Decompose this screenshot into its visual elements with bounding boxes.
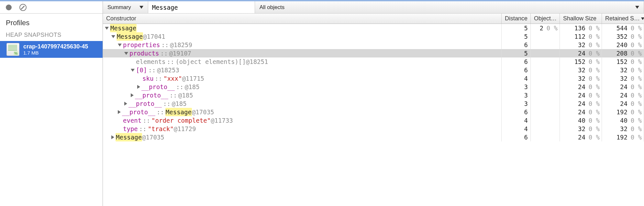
row-retained-size: 1920 % xyxy=(602,108,644,116)
scope-label: All objects xyxy=(260,4,284,11)
sidebar: Profiles HEAP SNAPSHOTS crap-14079974256… xyxy=(0,1,103,206)
record-icon[interactable] xyxy=(6,5,12,10)
row-objects xyxy=(531,99,560,108)
row-distance: 5 xyxy=(502,32,531,41)
col-distance[interactable]: Distance xyxy=(502,14,531,24)
row-objects xyxy=(531,133,560,141)
row-shallow-size: 1360 % xyxy=(560,24,602,32)
row-shallow-size: 320 % xyxy=(560,66,602,74)
tree-row[interactable]: [0] :: @182536320 %320 % xyxy=(103,66,644,74)
sidebar-toolbar xyxy=(0,1,103,14)
disclosure-triangle-icon[interactable] xyxy=(111,35,115,38)
view-mode-select[interactable]: Summary xyxy=(103,1,148,13)
row-retained-size: 2080 % xyxy=(602,49,644,57)
row-distance: 6 xyxy=(502,66,531,74)
row-shallow-size: 240 % xyxy=(560,91,602,99)
row-distance: 4 xyxy=(502,116,531,125)
disclosure-triangle-icon[interactable] xyxy=(131,93,134,97)
row-shallow-size: 320 % xyxy=(560,41,602,49)
row-shallow-size: 240 % xyxy=(560,99,602,108)
tree-row[interactable]: properties :: @182596320 %2400 % xyxy=(103,41,644,49)
top-toolbar: Summary All objects xyxy=(103,1,644,14)
tree-row[interactable]: __proto__ :: @1853240 %240 % xyxy=(103,91,644,99)
tree-row[interactable]: type :: "track" @117294320 %320 % xyxy=(103,125,644,133)
disclosure-triangle-icon[interactable] xyxy=(118,110,121,114)
row-name-cell: __proto__ :: @185 xyxy=(103,99,502,108)
disclosure-triangle-icon[interactable] xyxy=(105,27,109,30)
row-retained-size: 320 % xyxy=(602,125,644,133)
disclosure-triangle-icon[interactable] xyxy=(124,102,127,106)
disclosure-triangle-icon[interactable] xyxy=(137,85,140,89)
row-shallow-size: 240 % xyxy=(560,83,602,91)
disclosure-triangle-icon[interactable] xyxy=(118,44,122,46)
tree-row[interactable]: Message @1704151120 %3520 % xyxy=(103,32,644,41)
row-distance: 6 xyxy=(502,41,531,49)
row-distance: 4 xyxy=(502,125,531,133)
row-retained-size: 320 % xyxy=(602,66,644,74)
tree-row[interactable]: products :: @191075240 %2080 % xyxy=(103,49,644,57)
tree-row[interactable]: Message520 %1360 %5440 % xyxy=(103,24,644,32)
row-distance: 4 xyxy=(502,74,531,83)
row-name-cell: type :: "track" @11729 xyxy=(103,125,502,133)
tree-row[interactable]: __proto__ :: @1853240 %240 % xyxy=(103,99,644,108)
row-shallow-size: 400 % xyxy=(560,116,602,125)
col-constructor[interactable]: Constructor xyxy=(103,14,502,24)
view-mode-label: Summary xyxy=(107,4,131,11)
col-retained-size[interactable]: Retained S… xyxy=(602,14,644,24)
column-header: Constructor Distance Object… Shallow Siz… xyxy=(103,14,644,24)
row-objects xyxy=(531,108,560,116)
row-objects xyxy=(531,125,560,133)
row-retained-size: 320 % xyxy=(602,74,644,83)
snapshot-icon xyxy=(6,43,19,56)
row-name-cell: Message xyxy=(103,24,502,32)
tree-row[interactable]: sku :: "xxx" @117154320 %320 % xyxy=(103,74,644,83)
snapshot-item[interactable]: crap-1407997425630-45 1.7 MB xyxy=(0,41,103,58)
sidebar-group-heap-snapshots: HEAP SNAPSHOTS xyxy=(0,30,103,41)
row-name-cell: products :: @19107 xyxy=(103,49,502,57)
disclosure-triangle-icon[interactable] xyxy=(111,135,114,139)
class-filter-input[interactable] xyxy=(148,1,255,13)
row-name-cell: sku :: "xxx" @11715 xyxy=(103,74,502,83)
row-distance: 3 xyxy=(502,99,531,108)
row-distance: 3 xyxy=(502,83,531,91)
tree-body[interactable]: Message520 %1360 %5440 %Message @1704151… xyxy=(103,24,644,206)
col-retained-label: Retained S… xyxy=(605,15,640,22)
tree-row[interactable]: __proto__ :: Message @170356240 %1920 % xyxy=(103,108,644,116)
row-shallow-size: 320 % xyxy=(560,125,602,133)
row-objects xyxy=(531,83,560,91)
row-name-cell: __proto__ :: @185 xyxy=(103,91,502,99)
row-retained-size: 1520 % xyxy=(602,57,644,66)
row-distance: 5 xyxy=(502,49,531,57)
row-distance: 6 xyxy=(502,57,531,66)
row-objects xyxy=(531,116,560,125)
row-objects xyxy=(531,41,560,49)
row-objects xyxy=(531,74,560,83)
col-shallow-size[interactable]: Shallow Size xyxy=(560,14,602,24)
sort-desc-icon xyxy=(641,17,644,20)
disclosure-triangle-icon[interactable] xyxy=(124,52,128,55)
tree-row[interactable]: Message @170356240 %1920 % xyxy=(103,133,644,141)
col-objects[interactable]: Object… xyxy=(531,14,560,24)
tree-row[interactable]: event :: "order complete" @117334400 %40… xyxy=(103,116,644,125)
row-retained-size: 240 % xyxy=(602,91,644,99)
chevron-down-icon xyxy=(635,6,639,9)
clear-icon[interactable] xyxy=(19,4,27,11)
row-objects xyxy=(531,49,560,57)
disclosure-triangle-icon[interactable] xyxy=(131,69,135,72)
row-distance: 6 xyxy=(502,133,531,141)
row-name-cell: [0] :: @18253 xyxy=(103,66,502,74)
row-retained-size: 1920 % xyxy=(602,133,644,141)
row-name-cell: properties :: @18259 xyxy=(103,41,502,49)
row-shallow-size: 240 % xyxy=(560,108,602,116)
snapshot-text: crap-1407997425630-45 1.7 MB xyxy=(23,43,88,56)
row-objects xyxy=(531,57,560,66)
row-objects xyxy=(531,91,560,99)
tree-row[interactable]: elements :: (object elements)[] @1825161… xyxy=(103,57,644,66)
row-shallow-size: 1120 % xyxy=(560,32,602,41)
sidebar-title: Profiles xyxy=(0,14,103,30)
row-objects xyxy=(531,66,560,74)
scope-select[interactable]: All objects xyxy=(255,1,644,13)
class-filter-field[interactable] xyxy=(148,1,255,13)
tree-row[interactable]: __proto__ :: @1853240 %240 % xyxy=(103,83,644,91)
row-name-cell: Message @17035 xyxy=(103,133,502,141)
